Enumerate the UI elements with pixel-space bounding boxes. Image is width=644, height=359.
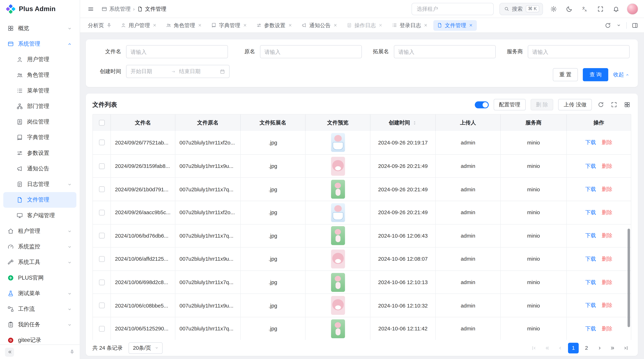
- tab-login-log[interactable]: 登录日志: [388, 20, 432, 30]
- table-row[interactable]: 2024/09/26/aacc9b5c... 007u2bluly1hrr11x…: [93, 201, 631, 224]
- select-all-checkbox[interactable]: [99, 120, 104, 126]
- sidebar-item-announcements[interactable]: 通知公告: [3, 161, 76, 176]
- table-row[interactable]: 2024/10/06/c08bbe5... 007u2bluly1hrr11x9…: [93, 294, 631, 317]
- sidebar-item-system-tools[interactable]: 系统工具: [3, 254, 76, 270]
- row-checkbox[interactable]: [99, 326, 104, 332]
- panel-toggle-icon[interactable]: [632, 22, 638, 29]
- sidebar-item-role-management[interactable]: 角色管理: [3, 67, 76, 83]
- upload-button[interactable]: 上传 没做: [558, 99, 592, 110]
- page-2-button[interactable]: 2: [581, 343, 592, 353]
- row-checkbox[interactable]: [99, 210, 104, 215]
- row-checkbox[interactable]: [99, 233, 104, 239]
- tab-operation-log[interactable]: 操作日志: [343, 20, 386, 30]
- sidebar-item-file-management[interactable]: 文件管理: [3, 192, 76, 208]
- delete-link[interactable]: 删除: [602, 325, 612, 332]
- close-icon[interactable]: [243, 23, 247, 27]
- tenant-select-input[interactable]: [412, 3, 494, 15]
- sidebar-item-tenant-management[interactable]: 租户管理: [3, 223, 76, 239]
- tab-parameter-settings[interactable]: 参数设置: [252, 20, 296, 30]
- tab-announcements[interactable]: 通知公告: [298, 20, 341, 30]
- download-link[interactable]: 下载: [585, 162, 596, 170]
- sidebar-item-test-menu[interactable]: 测试菜单: [3, 286, 76, 301]
- close-icon[interactable]: [288, 23, 292, 27]
- row-checkbox[interactable]: [99, 140, 104, 146]
- delete-link[interactable]: 删除: [602, 279, 612, 286]
- tab-user-management[interactable]: 用户管理: [117, 20, 160, 30]
- row-checkbox[interactable]: [99, 303, 104, 308]
- table-row[interactable]: 2024/09/26/77521ab... 007u2bluly1hrr11xf…: [93, 131, 631, 154]
- search-button[interactable]: 查 询: [583, 68, 608, 81]
- hamburger-menu-button[interactable]: [86, 4, 96, 14]
- file-name-input[interactable]: [126, 45, 228, 58]
- collapse-filter-button[interactable]: 收起: [613, 71, 630, 78]
- provider-input[interactable]: [528, 45, 630, 58]
- dark-mode-button[interactable]: [564, 4, 574, 14]
- download-link[interactable]: 下载: [585, 186, 596, 193]
- close-icon[interactable]: [378, 23, 383, 27]
- first-page-button[interactable]: [528, 343, 539, 353]
- sidebar-item-department-management[interactable]: 部门管理: [3, 98, 76, 114]
- row-checkbox[interactable]: [99, 256, 104, 262]
- page-1-button[interactable]: 1: [568, 343, 579, 353]
- tab-file-management[interactable]: 文件管理: [433, 20, 477, 30]
- download-link[interactable]: 下载: [585, 255, 596, 263]
- tab-dict-management[interactable]: 字典管理: [207, 20, 251, 30]
- row-checkbox[interactable]: [99, 279, 104, 285]
- file-preview-thumbnail[interactable]: [331, 273, 345, 292]
- close-icon[interactable]: [152, 23, 157, 27]
- download-link[interactable]: 下载: [585, 232, 596, 239]
- sidebar-item-menu-management[interactable]: 菜单管理: [3, 83, 76, 98]
- user-avatar[interactable]: [627, 3, 638, 14]
- file-preview-thumbnail[interactable]: [331, 157, 345, 176]
- notifications-button[interactable]: [611, 4, 621, 14]
- file-preview-thumbnail[interactable]: [331, 319, 345, 338]
- file-preview-thumbnail[interactable]: [331, 133, 345, 152]
- delete-link[interactable]: 删除: [602, 139, 612, 146]
- table-scrollbar[interactable]: [628, 229, 630, 327]
- tab-analysis[interactable]: 分析页: [84, 20, 116, 30]
- sidebar-item-workflow[interactable]: 工作流: [3, 301, 76, 317]
- table-row[interactable]: 2024/10/06/5125290... 007u2bluly1hrr11x7…: [93, 317, 631, 340]
- date-range-picker[interactable]: 开始日期 结束日期: [126, 65, 230, 78]
- sidebar-item-my-tasks[interactable]: 我的任务: [3, 317, 76, 332]
- table-row[interactable]: 2024/10/06/bd76db6... 007u2bluly1hrr11x7…: [93, 224, 631, 247]
- row-checkbox[interactable]: [99, 186, 104, 192]
- original-name-input[interactable]: [260, 45, 362, 58]
- file-preview-thumbnail[interactable]: [331, 180, 345, 199]
- sidebar-item-post-management[interactable]: 岗位管理: [3, 114, 76, 130]
- global-search-button[interactable]: 搜索 ⌘ K: [499, 3, 543, 15]
- pin-sidebar-icon[interactable]: [70, 349, 75, 355]
- breadcrumb-item-system[interactable]: 系统管理: [102, 5, 130, 12]
- table-fullscreen-button[interactable]: [610, 101, 618, 109]
- pin-icon[interactable]: [106, 22, 112, 28]
- file-preview-thumbnail[interactable]: [331, 226, 345, 245]
- sort-icon[interactable]: [412, 120, 417, 125]
- sidebar-collapse-button[interactable]: [5, 347, 14, 357]
- tab-role-management[interactable]: 角色管理: [162, 20, 206, 30]
- prev-page-button[interactable]: [555, 343, 566, 353]
- app-logo[interactable]: Plus Admin: [0, 0, 80, 18]
- breadcrumb-item-file-management[interactable]: 文件管理: [137, 5, 166, 12]
- download-link[interactable]: 下载: [585, 139, 596, 146]
- column-settings-button[interactable]: [623, 101, 631, 109]
- file-preview-thumbnail[interactable]: [331, 250, 345, 269]
- column-header-created-time[interactable]: 创建时间: [370, 115, 436, 131]
- download-link[interactable]: 下载: [585, 325, 596, 332]
- file-preview-thumbnail[interactable]: [331, 203, 345, 222]
- sidebar-item-dict-management[interactable]: 字典管理: [3, 130, 76, 145]
- delete-link[interactable]: 删除: [602, 302, 612, 309]
- config-management-button[interactable]: 配置管理: [494, 99, 526, 110]
- jump-forward-button[interactable]: [608, 343, 618, 353]
- extension-input[interactable]: [394, 45, 496, 58]
- table-row[interactable]: 2024/10/06/affd2125... 007u2bluly1hrr11x…: [93, 247, 631, 270]
- settings-button[interactable]: [549, 4, 558, 14]
- sidebar-item-system-monitor[interactable]: 系统监控: [3, 239, 76, 254]
- download-link[interactable]: 下载: [585, 209, 596, 216]
- jump-back-button[interactable]: [542, 343, 552, 353]
- close-icon[interactable]: [198, 23, 202, 27]
- close-icon[interactable]: [469, 23, 473, 27]
- sidebar-item-user-management[interactable]: 用户管理: [3, 52, 76, 67]
- delete-button[interactable]: 删 除: [530, 99, 554, 110]
- toggle-switch[interactable]: [474, 101, 488, 108]
- table-row[interactable]: 2024/09/26/1b0d791... 007u2bluly1hrr11x7…: [93, 178, 631, 201]
